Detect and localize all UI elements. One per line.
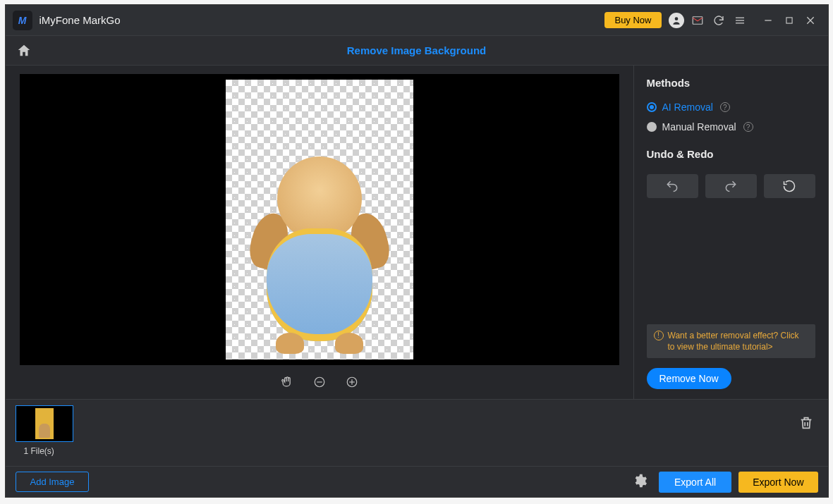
reset-button[interactable] [764,174,815,198]
mail-icon[interactable] [688,11,707,30]
mode-title: Remove Image Background [14,44,820,56]
app-title: iMyFone MarkGo [39,14,121,26]
undo-redo-row [647,174,815,198]
svg-rect-1 [693,16,703,24]
thumbnail-preview [35,408,54,439]
tutorial-tip[interactable]: ! Want a better removal effect? Click to… [647,324,815,358]
buy-now-button[interactable]: Buy Now [604,12,661,28]
side-panel: Methods AI Removal ? Manual Removal ? Un… [634,66,828,399]
file-count: 1 File(s) [24,446,54,456]
export-all-button[interactable]: Export All [659,472,731,493]
title-bar: M iMyFone MarkGo Buy Now [6,5,828,36]
undo-button[interactable] [647,174,698,198]
refresh-icon[interactable] [710,11,728,30]
thumbnail-strip: 1 File(s) [6,399,828,466]
method-ai-removal[interactable]: AI Removal ? [647,102,815,113]
app-logo-icon: M [13,11,32,30]
footer-bar: Add Image Export All Export Now [6,466,828,497]
thumbnail-1[interactable] [16,405,73,442]
export-now-button[interactable]: Export Now [738,472,817,493]
sub-header: Remove Image Background [6,36,828,66]
settings-button[interactable] [632,473,647,491]
radio-unchecked-icon [647,122,657,132]
transparency-checker [226,80,413,359]
info-icon: ! [654,331,664,340]
zoom-in-icon[interactable] [344,374,360,390]
methods-heading: Methods [647,77,815,89]
svg-rect-6 [786,17,791,23]
help-icon[interactable]: ? [720,102,730,112]
method-manual-label: Manual Removal [662,121,736,133]
add-image-button[interactable]: Add Image [16,472,90,492]
canvas[interactable] [20,74,619,365]
radio-checked-icon [647,102,657,112]
close-icon[interactable] [801,11,820,30]
svg-point-0 [674,17,678,20]
canvas-area [6,66,634,399]
redo-button[interactable] [705,174,757,198]
user-account-icon[interactable] [667,11,686,30]
help-icon[interactable]: ? [743,122,753,132]
undo-redo-heading: Undo & Redo [647,148,815,160]
remove-now-button[interactable]: Remove Now [647,368,731,389]
method-ai-label: AI Removal [662,102,713,113]
pan-hand-icon[interactable] [279,374,295,390]
tutorial-tip-text: Want a better removal effect? Click to v… [668,330,808,352]
maximize-icon[interactable] [780,11,798,30]
app-window: M iMyFone MarkGo Buy Now Remove [5,4,829,498]
zoom-out-icon[interactable] [312,374,327,390]
minimize-icon[interactable] [759,11,777,30]
main-area: Methods AI Removal ? Manual Removal ? Un… [6,66,828,399]
delete-button[interactable] [798,415,814,434]
method-manual-removal[interactable]: Manual Removal ? [647,121,815,133]
canvas-tools [6,365,633,399]
subject-preview [256,135,383,354]
menu-icon[interactable] [731,11,749,30]
